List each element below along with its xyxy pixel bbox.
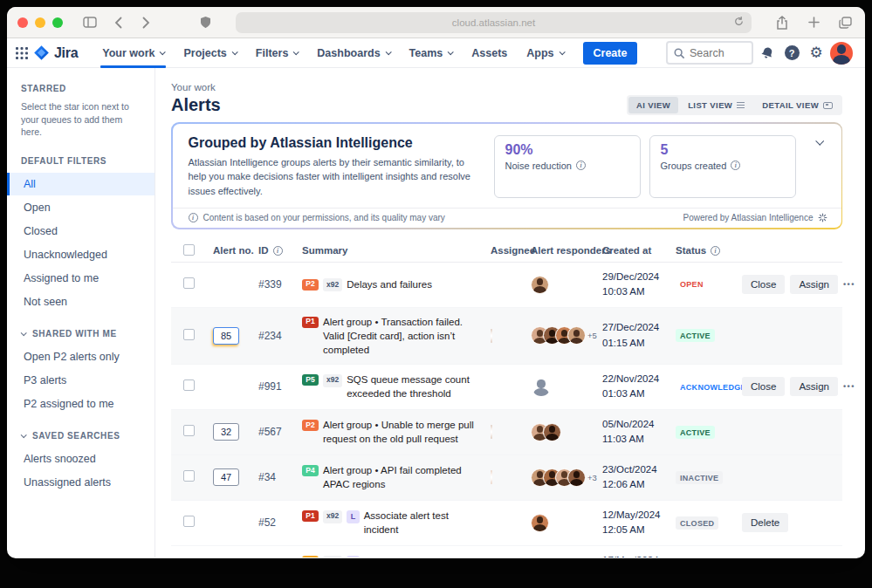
alert-no-cell [213,468,258,486]
create-button[interactable]: Create [583,42,638,65]
col-created[interactable]: Created at [602,245,676,256]
nav-item-filters[interactable]: Filters [247,38,307,68]
alert-no-input[interactable] [213,468,239,486]
col-id[interactable]: ID [258,245,302,256]
sidebar-filter-not-seen[interactable]: Not seen [7,291,154,313]
delete-button[interactable]: Delete [742,513,788,532]
sidebar-item-alerts-snoozed[interactable]: Alerts snoozed [7,448,154,470]
alert-summary[interactable]: SQS queue message count exceeded the thr… [347,373,484,400]
nav-item-dashboards[interactable]: Dashboards [308,38,398,68]
sidebar-filter-assigned-to-me[interactable]: Assigned to me [7,267,154,290]
nav-item-teams[interactable]: Teams [401,38,462,68]
info-icon[interactable] [273,246,283,256]
close-button[interactable]: Close [742,377,785,396]
alert-id[interactable]: #234 [258,330,302,342]
info-icon[interactable] [711,246,720,256]
alert-summary[interactable]: Alert group • Transaction failed. Valid … [323,315,484,357]
row-checkbox[interactable] [183,329,195,340]
back-icon[interactable] [108,13,127,32]
sidebar-item-p2-assigned-to-me[interactable]: P2 assigned to me [7,393,154,415]
shared-with-me-section-title[interactable]: SHARED WITH ME [7,329,154,338]
summary-cell: P3x92LUnable to connect to datacentres s… [302,547,491,557]
sidebar-filter-closed[interactable]: Closed [7,220,154,243]
user-avatar[interactable] [830,42,853,65]
assign-button[interactable]: Assign [790,275,838,294]
assignee-cell [491,471,531,483]
ai-panel-description: Atlassian Intelligence groups alerts by … [189,155,484,199]
search-input[interactable] [690,47,742,59]
info-icon[interactable] [731,161,740,170]
search-box[interactable] [666,41,753,65]
reload-icon[interactable] [733,16,745,27]
close-window-button[interactable] [17,17,28,28]
col-summary[interactable]: Summary [302,245,491,256]
more-actions-button[interactable]: ••• [843,382,855,391]
sidebar-item-open-p2-alerts-only[interactable]: Open P2 alerts only [7,345,154,368]
jira-logo[interactable]: Jira [33,44,78,61]
row-checkbox[interactable] [183,379,195,391]
alert-summary[interactable]: Associate alert test incident [364,509,484,537]
row-checkbox[interactable] [183,516,195,527]
forward-icon[interactable] [136,13,155,32]
settings-gear-icon[interactable]: ⚙ [806,43,827,64]
assign-button[interactable]: Assign [790,377,838,396]
select-all-checkbox[interactable] [183,244,195,256]
responders-overflow-count[interactable]: +5 [587,331,597,340]
info-icon[interactable] [576,161,586,170]
alert-id[interactable]: #991 [258,380,302,393]
view-tab-detail-view[interactable]: DETAIL VIEW [754,97,841,113]
close-button[interactable]: Close [742,275,785,294]
nav-item-your-work[interactable]: Your work [93,38,173,68]
created-date: 27/Dec/2024 [602,320,676,335]
alert-id[interactable]: #52 [258,516,302,529]
sidebar-filter-open[interactable]: Open [7,196,154,219]
share-icon[interactable] [772,13,792,32]
sidebar-item-p3-alerts[interactable]: P3 alerts [7,369,154,392]
content-area: STARRED Select the star icon next to you… [7,68,865,557]
col-status[interactable]: Status [676,245,742,256]
row-checkbox[interactable] [183,470,195,482]
notifications-bell-icon[interactable] [757,43,778,64]
nav-item-apps[interactable]: Apps [518,38,572,68]
col-assignee[interactable]: Assignee [491,245,531,256]
row-checkbox[interactable] [183,425,195,436]
zoom-window-button[interactable] [52,17,63,28]
col-alert-no[interactable]: Alert no. [213,245,258,256]
sidebar-toggle-icon[interactable] [80,13,100,32]
responders-overflow-count[interactable]: +3 [587,473,597,482]
sidebar-filter-unacknowledged[interactable]: Unacknowledged [7,243,154,266]
address-bar[interactable]: cloud.atlassian.net [236,12,752,33]
responders-cell [531,423,602,441]
alert-no-input[interactable] [213,423,239,441]
view-tab-list-view[interactable]: LIST VIEW [680,97,752,113]
new-tab-icon[interactable] [804,13,823,32]
col-responders[interactable]: Alert responders [531,245,602,256]
breadcrumb[interactable]: Your work [171,82,842,92]
help-icon[interactable]: ? [781,43,802,64]
minimize-window-button[interactable] [35,17,45,28]
more-actions-button[interactable]: ••• [843,280,855,289]
tab-overview-icon[interactable] [835,13,855,32]
chevron-down-icon [293,49,299,55]
alert-id[interactable]: #567 [258,426,302,438]
alert-id[interactable]: #339 [258,278,302,291]
view-tab-ai-view[interactable]: AI VIEW [628,97,678,113]
alert-id[interactable]: #34 [258,471,302,483]
alert-summary[interactable]: Alert group • API fail completed APAC re… [323,463,484,491]
shield-icon[interactable] [196,13,215,32]
alert-summary[interactable]: Unable to connect to datacentres south [364,554,484,557]
view-tab-label: AI VIEW [636,100,670,110]
created-at-cell: 27/Dec/202401:15 AM [602,320,676,351]
nav-item-assets[interactable]: Assets [463,38,516,68]
nav-item-projects[interactable]: Projects [175,38,244,68]
sidebar-filter-all[interactable]: All [7,173,154,195]
alert-summary[interactable]: Alert group • Unable to merge pull reque… [323,418,484,446]
collapse-panel-chevron-icon[interactable] [807,135,827,199]
app-switcher-icon[interactable] [16,47,28,59]
alert-no-input[interactable] [213,327,239,345]
row-checkbox[interactable] [183,277,195,289]
saved-searches-section-title[interactable]: SAVED SEARCHES [7,431,154,441]
alert-summary[interactable]: Delays and failures [347,277,432,291]
sidebar-item-unassigned-alerts[interactable]: Unassigned alerts [7,471,154,494]
saved-searches-list: Alerts snoozedUnassigned alerts [7,448,154,494]
